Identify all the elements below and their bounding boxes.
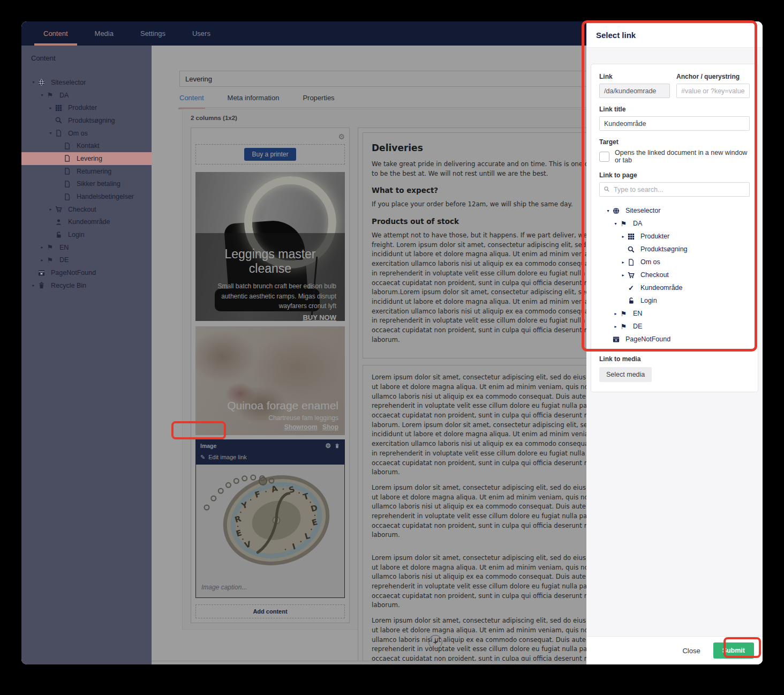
globe-icon <box>37 78 46 86</box>
caret-right-icon[interactable]: ▸ <box>612 324 619 329</box>
caret-down-icon[interactable]: ▾ <box>47 131 54 136</box>
doc-icon <box>627 258 636 266</box>
caret-right-icon[interactable]: ▸ <box>30 283 37 288</box>
flag-icon: ⚑ <box>46 256 55 264</box>
dialog-tree-item-login[interactable]: Login <box>599 294 750 307</box>
new-window-checkbox-label: Opens the linked document in a new windo… <box>615 149 750 164</box>
nav-tab-users[interactable]: Users <box>179 21 224 46</box>
nav-tab-content[interactable]: Content <box>30 21 81 46</box>
sidebar-tree-item-produkts-gning[interactable]: Produktsøgning <box>21 114 152 127</box>
check-icon: ✓ <box>627 284 636 292</box>
caret-right-icon[interactable]: ▸ <box>39 245 46 250</box>
doc-icon <box>63 142 72 150</box>
nav-tab-settings[interactable]: Settings <box>127 21 179 46</box>
select-media-button[interactable]: Select media <box>599 367 652 382</box>
sidebar-tree-item-om-os[interactable]: ▾Om os <box>21 127 152 140</box>
dialog-tree-item-pagenotfound[interactable]: PageNotFound <box>599 333 750 346</box>
caret-right-icon[interactable]: ▸ <box>39 258 46 263</box>
caret-right-icon[interactable]: ▸ <box>620 273 627 278</box>
flag-icon: ⚑ <box>619 220 628 228</box>
doc-icon <box>54 129 63 137</box>
grid-icon <box>627 233 636 241</box>
dialog-tree-item-produkter[interactable]: ▸Produkter <box>599 230 750 243</box>
cart-icon <box>627 271 636 279</box>
sidebar-tree-item-recycle-bin[interactable]: ▸Recycle Bin <box>21 279 152 292</box>
link-url-input[interactable] <box>599 84 670 98</box>
link-title-input[interactable] <box>599 116 750 131</box>
caret-down-icon[interactable]: ▾ <box>605 208 612 213</box>
page-search-input[interactable] <box>599 182 750 197</box>
sidebar-tree-item-de[interactable]: ▸⚑DE <box>21 254 152 267</box>
dialog-tree-item-da[interactable]: ▾⚑DA <box>599 217 750 230</box>
caret-down-icon[interactable]: ▾ <box>39 93 46 98</box>
app-window: ContentMediaSettingsUsers Content ▾Sites… <box>21 21 763 664</box>
caret-right-icon[interactable]: ▸ <box>47 207 54 212</box>
sidebar-tree-item-produkter[interactable]: ▸Produkter <box>21 101 152 114</box>
sidebar-tree-item-kontakt[interactable]: Kontakt <box>21 139 152 152</box>
doc-icon <box>63 154 72 162</box>
sidebar-tree-item-sikker-betaling[interactable]: Sikker betaling <box>21 178 152 191</box>
sidebar-tree-item-returnering[interactable]: Returnering <box>21 165 152 178</box>
content-tree: ▾Siteselector▾⚑DA▸ProdukterProduktsøgnin… <box>21 76 152 292</box>
globe-icon <box>612 207 621 215</box>
target-label: Target <box>599 138 750 146</box>
flag-icon: ⚑ <box>46 243 55 251</box>
flag-icon: ⚑ <box>46 91 55 99</box>
doc-icon <box>63 180 72 188</box>
link-label: Link <box>599 73 670 80</box>
caret-right-icon[interactable]: ▸ <box>620 234 627 239</box>
sidebar-tree-item-checkout[interactable]: ▸Checkout <box>21 203 152 216</box>
caret-right-icon[interactable]: ▸ <box>47 106 54 110</box>
sidebar-tree-item-login[interactable]: Login <box>21 228 152 241</box>
caret-right-icon[interactable]: ▸ <box>620 260 627 265</box>
search-icon <box>604 186 610 192</box>
link-page-tree: ▾Siteselector▾⚑DA▸ProdukterProduktsøgnin… <box>599 204 750 346</box>
anchor-input[interactable] <box>676 84 750 98</box>
sidebar-tree-item-siteselector[interactable]: ▾Siteselector <box>21 76 152 89</box>
nav-tab-media[interactable]: Media <box>81 21 127 46</box>
caret-down-icon[interactable]: ▾ <box>30 80 37 85</box>
dialog-tree-item-siteselector[interactable]: ▾Siteselector <box>599 204 750 217</box>
cart-icon <box>54 205 63 213</box>
sidebar-tree-item-da[interactable]: ▾⚑DA <box>21 89 152 102</box>
submit-button[interactable]: Submit <box>713 642 754 659</box>
caret-down-icon[interactable]: ▾ <box>612 221 619 226</box>
sidebar-tree-item-kundeomr-de[interactable]: Kundeområde <box>21 216 152 229</box>
doc-icon <box>63 193 72 201</box>
flag-icon: ⚑ <box>619 310 628 318</box>
dialog-tree-item-om-os[interactable]: ▸Om os <box>599 256 750 268</box>
lock-icon <box>54 231 63 239</box>
anchor-label: Anchor / querystring <box>676 73 750 80</box>
dialog-tree-item-en[interactable]: ▸⚑EN <box>599 307 750 320</box>
sidebar: Content ▾Siteselector▾⚑DA▸ProdukterProdu… <box>21 46 152 664</box>
flag-icon: ⚑ <box>619 323 628 331</box>
lock-icon <box>627 297 636 305</box>
new-window-checkbox[interactable] <box>599 152 609 162</box>
link-title-label: Link title <box>599 106 750 113</box>
dialog-tree-item-produkts-gning[interactable]: Produktsøgning <box>599 243 750 256</box>
pagenotfound-icon <box>37 269 46 277</box>
link-to-media-label: Link to media <box>599 355 750 363</box>
search-icon <box>627 245 636 253</box>
sidebar-tree-item-handelsbetingelser[interactable]: Handelsbetingelser <box>21 190 152 203</box>
select-link-dialog: Select link Link Anchor / querystring Li… <box>586 21 763 664</box>
dialog-footer: Close Submit <box>586 636 763 664</box>
trash-icon <box>37 281 46 289</box>
close-button[interactable]: Close <box>682 647 700 655</box>
dialog-tree-item-kundeomr-de[interactable]: ✓Kundeområde <box>599 281 750 294</box>
dialog-tree-item-checkout[interactable]: ▸Checkout <box>599 268 750 281</box>
sidebar-tree-item-levering[interactable]: Levering <box>21 152 152 165</box>
dialog-tree-item-de[interactable]: ▸⚑DE <box>599 320 750 333</box>
search-icon <box>54 116 63 124</box>
sidebar-tree-item-en[interactable]: ▸⚑EN <box>21 241 152 254</box>
pagenotfound-icon <box>612 335 621 343</box>
dialog-title: Select link <box>586 21 763 48</box>
user-icon <box>54 218 63 226</box>
caret-right-icon[interactable]: ▸ <box>612 311 619 316</box>
sidebar-tree-item-pagenotfound[interactable]: PageNotFound <box>21 266 152 279</box>
link-form-card: Link Anchor / querystring Link title Tar… <box>591 64 758 392</box>
sidebar-section-title: Content <box>21 46 152 76</box>
doc-icon <box>63 167 72 175</box>
link-to-page-label: Link to page <box>599 171 750 179</box>
grid-icon <box>54 104 63 112</box>
